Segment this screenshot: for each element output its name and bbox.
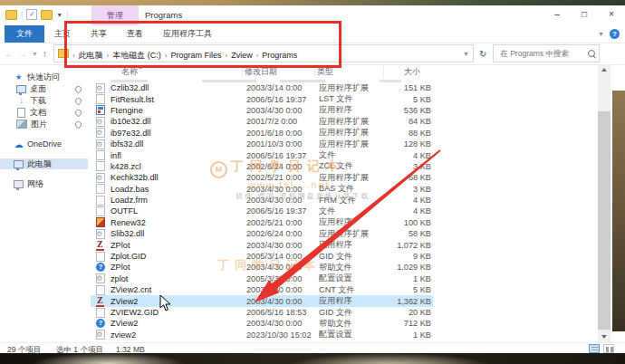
file-name: Kechk32b.dll [105, 173, 246, 182]
file-name: infl [105, 151, 246, 160]
desktop-wallpaper-sliver [612, 91, 625, 331]
file-icon [96, 94, 105, 104]
file-row[interactable]: OUTFL2006/5/16 19:37文件4 KB [91, 206, 433, 216]
file-size: 1 KB [388, 330, 440, 340]
scroll-down-icon[interactable] [598, 331, 611, 342]
sidebar-item-label: 下载 [30, 95, 46, 107]
sidebar-item-文档[interactable]: 文档 [0, 107, 88, 118]
file-row[interactable]: ib10e32.dll2001/7/2 0:00应用程序扩展84 KB [91, 116, 433, 127]
file-row[interactable]: Ftengine2003/4/30 0:00应用程序536 KB [91, 105, 433, 116]
file-type: 应用程序 [319, 216, 388, 228]
scrollbar[interactable] [598, 64, 611, 342]
file-date: 2006/5/16 19:37 [246, 151, 319, 160]
sidebar-item-下载[interactable]: ↓下载 [0, 95, 88, 106]
column-header-label: 大小 [404, 67, 420, 76]
sidebar-item-OneDrive[interactable]: ☁OneDrive [0, 139, 88, 149]
sidebar-item-桌面[interactable]: 桌面 [0, 83, 88, 94]
file-tab[interactable]: 文件 [5, 25, 44, 43]
sidebar-item-快速访问[interactable]: ★快速访问 [0, 72, 88, 82]
file-type: 应用程序扩展 [319, 127, 388, 139]
dll-icon [96, 173, 105, 183]
search-input[interactable] [498, 48, 589, 59]
file-row[interactable]: ZView2.cnt2003/4/30 0:00CNT 文件5 KB [91, 284, 433, 295]
sidebar-item-网络[interactable]: 网络 [0, 178, 88, 189]
network-icon [14, 180, 24, 188]
help-icon [96, 319, 105, 328]
recent-locations-chevron-icon[interactable]: ▼ [32, 51, 38, 57]
file-size: 3 KB [388, 162, 440, 171]
file-row[interactable]: zview22023/10/30 15:02配置设置1 KB [91, 330, 433, 340]
file-icon [96, 206, 105, 216]
file-date: 2001/6/18 0:00 [246, 129, 319, 138]
pictures-icon [16, 120, 27, 129]
search-icon[interactable] [588, 50, 595, 57]
scrollbar-thumb[interactable] [598, 111, 611, 330]
file-date: 2005/3/14 0:00 [246, 252, 319, 261]
file-size: 58 KB [388, 229, 440, 238]
details-view-button[interactable] [589, 344, 600, 353]
file-date: 2002/5/21 0:00 [246, 218, 319, 227]
file-row[interactable]: FitResult.lst2006/5/16 19:37LST 文件5 KB [91, 93, 433, 104]
scroll-up-icon[interactable] [598, 64, 611, 75]
properties-check-icon[interactable]: ✓ [26, 9, 37, 20]
file-size: 100 KB [388, 218, 440, 227]
file-row[interactable]: ZPlot2003/4/30 0:00帮助文件1,029 KB [91, 262, 433, 273]
address-dropdown-chevron-icon[interactable]: ▼ [463, 51, 469, 57]
file-row[interactable]: ZVIEW2.GID2006/5/16 18:53GID 文件20 KB [91, 307, 433, 318]
file-row[interactable]: Slib32.dll2002/6/24 0:00应用程序扩展58 KB [91, 228, 433, 239]
file-type: 配置设置 [319, 273, 388, 284]
file-row[interactable]: ib97e32.dll2001/6/18 0:00应用程序扩展88 KB [91, 128, 433, 139]
file-row[interactable]: ZPlot2003/4/30 0:00应用程序1,072 KB [91, 239, 433, 250]
file-row[interactable]: Loadz.bas2003/4/30 0:00BAS 文件3 KB [91, 184, 433, 195]
file-row[interactable]: Zplot.GID2005/3/14 0:00GID 文件9 KB [91, 251, 433, 262]
file-name: ZView2 [105, 297, 246, 306]
minimize-button[interactable]: – [543, 5, 571, 25]
expand-ribbon-chevron-icon[interactable]: ▼ [598, 31, 604, 37]
file-date: 2006/5/16 19:37 [246, 95, 319, 104]
file-row[interactable]: ZView22003/4/30 0:00应用程序1,362 KB [91, 295, 433, 306]
folder-icon[interactable] [5, 10, 17, 20]
file-date: 2003/3/14 0:00 [246, 83, 319, 92]
file-type: ZCL 文件 [319, 160, 388, 172]
file-row[interactable]: k428.zcl2002/6/24 0:00ZCL 文件3 KB [91, 161, 433, 172]
quick-access-toolbar: | ✓ ▼ | [5, 9, 69, 20]
file-row[interactable]: infl2006/5/16 19:37文件4 KB [91, 149, 433, 160]
onedrive-icon: ☁ [13, 139, 24, 149]
download-icon: ↓ [15, 96, 27, 105]
file-name: Czlib32.dll [105, 83, 246, 92]
new-folder-icon[interactable] [41, 10, 53, 20]
maximize-button[interactable]: □ [571, 5, 598, 25]
up-icon[interactable]: ↑ [43, 49, 47, 59]
file-type: 应用程序扩展 [319, 139, 388, 150]
file-date: 2003/4/30 0:00 [246, 285, 319, 294]
help-icon[interactable]: ? [610, 29, 620, 39]
refresh-icon[interactable]: ↻ [479, 49, 486, 59]
search-box[interactable] [493, 44, 600, 62]
file-date: 2003/4/30 0:00 [246, 319, 319, 328]
file-row[interactable]: Renew322002/5/21 0:00应用程序100 KB [91, 217, 433, 228]
close-button[interactable]: × [598, 5, 625, 25]
sidebar-item-此电脑[interactable]: 此电脑 [0, 158, 88, 169]
file-row[interactable]: Loadz.frm2003/4/30 0:00FRM 文件4 KB [91, 195, 433, 206]
dll-icon [96, 229, 105, 239]
file-row[interactable]: ibfs32.dll2001/10/3 0:00应用程序扩展128 KB [91, 139, 433, 149]
file-type: 文件 [319, 206, 388, 217]
file-row[interactable]: ZView22003/4/30 0:00帮助文件712 KB [91, 318, 433, 329]
sidebar-item-图片[interactable]: 图片 [0, 119, 88, 129]
qat-customize-chevron-icon[interactable]: ▼ [56, 12, 62, 18]
file-size: 4 KB [388, 206, 440, 216]
back-icon[interactable]: ← [5, 49, 14, 59]
file-row[interactable]: Kechk32b.dll2002/5/21 0:00应用程序扩展68 KB [91, 172, 433, 183]
forward-icon[interactable]: → [18, 49, 27, 59]
large-icons-view-button[interactable] [603, 344, 614, 353]
file-row[interactable]: zplot2005/3/30 0:00配置设置1 KB [91, 273, 433, 284]
column-header-大小[interactable]: 大小 [384, 65, 426, 78]
file-type: 应用程序扩展 [319, 82, 388, 94]
file-size: 68 KB [388, 173, 440, 182]
file-row[interactable]: Czlib32.dll2003/3/14 0:00应用程序扩展151 KB [91, 82, 433, 93]
file-date: 2003/4/30 0:00 [246, 263, 319, 272]
file-name: Slib32.dll [105, 229, 246, 238]
file-size: 712 KB [388, 319, 440, 328]
file-name: zview2 [105, 330, 246, 340]
help-icon [96, 263, 105, 272]
